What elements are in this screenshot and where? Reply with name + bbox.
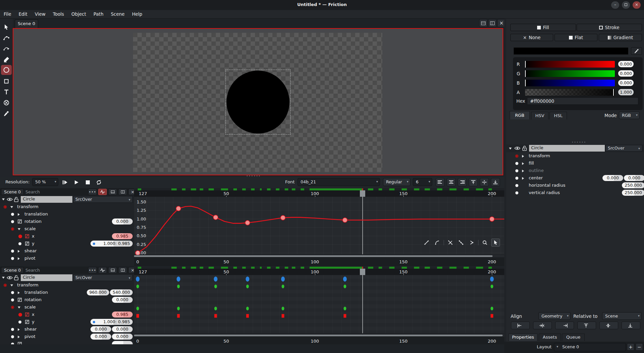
draw-tool-button[interactable]: [1, 54, 12, 64]
play-from-start-button[interactable]: [61, 179, 69, 186]
graph-keyframe[interactable]: [213, 215, 218, 220]
expander-icon[interactable]: [10, 284, 13, 286]
align-relative-combo[interactable]: Scene▾: [602, 312, 642, 320]
value-spinbox[interactable]: 1.000: 0.985: [90, 319, 133, 325]
channel-value-a[interactable]: 1.000: [618, 89, 634, 95]
timeline-search-input[interactable]: [25, 267, 86, 273]
object-name-field[interactable]: Circle: [21, 196, 72, 203]
null-object-tool-button[interactable]: [1, 98, 12, 108]
keyframe-record-dot[interactable]: [4, 205, 7, 208]
menu-tools[interactable]: Tools: [49, 10, 68, 19]
tab-queue[interactable]: Queue: [562, 334, 585, 341]
property-row-y[interactable]: y1.000: 0.985: [0, 240, 134, 247]
menu-view[interactable]: View: [31, 10, 49, 19]
graph-keyframe[interactable]: [342, 218, 347, 223]
interpolation-icon[interactable]: [25, 320, 29, 324]
value-spinbox[interactable]: 960.000: [87, 289, 110, 295]
property-row-x[interactable]: x0.985: [0, 233, 134, 240]
tab-properties[interactable]: Properties: [509, 334, 537, 341]
visibility-eye-icon[interactable]: [514, 146, 520, 150]
dope-scrollbar-thumb[interactable]: [134, 335, 503, 336]
value-spinbox[interactable]: 0.000: [90, 326, 111, 332]
layout-combo[interactable]: ▾ Scene 0: [554, 343, 626, 351]
expander-icon[interactable]: [18, 291, 20, 294]
value-spinbox[interactable]: 0.985: [112, 233, 133, 239]
expander-icon[interactable]: [522, 177, 524, 180]
keyframe-marker-transform[interactable]: [136, 285, 139, 288]
property-row-transform[interactable]: transform: [506, 152, 644, 160]
text-align-bottom-button[interactable]: [491, 178, 500, 186]
align-vcenter-button[interactable]: [599, 322, 618, 329]
loop-button[interactable]: [94, 178, 103, 186]
timeline-scene-button[interactable]: Scene 0: [1, 267, 24, 273]
color-mode-combo[interactable]: RGB▾: [619, 111, 640, 119]
keyframe-record-dot[interactable]: [515, 184, 518, 187]
graph-keyframe[interactable]: [245, 220, 250, 225]
channel-slider-r[interactable]: [525, 61, 615, 68]
keyframe-record-dot[interactable]: [515, 169, 518, 172]
segment-line-button[interactable]: [422, 239, 431, 247]
keyframe-marker-scale[interactable]: [136, 307, 139, 311]
slider-handle[interactable]: [613, 89, 614, 96]
timeline-object-row[interactable]: CircleSrcOver▾: [0, 274, 134, 281]
segment-tool-button[interactable]: [1, 43, 12, 54]
property-row-x[interactable]: x0.985: [0, 311, 134, 318]
object-row-circle[interactable]: Circle SrcOver▾: [506, 145, 644, 152]
keyframe-record-dot[interactable]: [18, 321, 21, 324]
align-bottom-button[interactable]: [622, 322, 640, 329]
tab-hsl[interactable]: HSL: [550, 112, 567, 119]
value-spinbox[interactable]: 0.000: [624, 175, 644, 181]
keyframe-record-dot[interactable]: [11, 335, 14, 338]
property-row-rotation[interactable]: rotation0.000: [0, 218, 134, 225]
property-row-transform[interactable]: transform: [0, 281, 134, 289]
graph-scrollbar-thumb[interactable]: [134, 255, 493, 257]
value-spinbox[interactable]: 0.000: [90, 334, 111, 340]
keyframe-record-dot[interactable]: [11, 328, 14, 331]
interpolation-icon[interactable]: [18, 298, 22, 302]
node-corner-button[interactable]: [467, 239, 476, 247]
property-row-shear[interactable]: shear0.0000.000: [0, 326, 134, 333]
keyframe-marker-scale[interactable]: [343, 307, 346, 311]
selection-bounding-box[interactable]: [226, 70, 291, 135]
text-align-right-button[interactable]: [458, 178, 467, 186]
property-row-partial[interactable]: [0, 340, 134, 344]
paint-gradient-button[interactable]: Gradient: [599, 34, 642, 41]
keyframe-record-dot[interactable]: [515, 155, 518, 158]
property-row-pivot[interactable]: pivot0.0000.000: [0, 333, 134, 340]
keyframe-marker-x[interactable]: [343, 314, 346, 318]
expander-icon[interactable]: [18, 336, 20, 338]
channel-value-g[interactable]: 0.000: [618, 70, 634, 77]
blend-mode-combo[interactable]: SrcOver▾: [605, 145, 642, 152]
property-row-shear[interactable]: shear: [0, 247, 134, 255]
timeline-graph-toggle-button[interactable]: [98, 267, 107, 273]
menu-path[interactable]: Path: [90, 10, 107, 19]
dope-sheet-area[interactable]: 12750100150200050100150200: [134, 267, 504, 344]
select-tool-button[interactable]: [1, 22, 12, 32]
interpolation-icon[interactable]: [18, 219, 22, 224]
keyframe-record-dot[interactable]: [11, 343, 14, 344]
keyframe-marker-scale[interactable]: [246, 307, 249, 311]
keyframe-marker-x[interactable]: [491, 314, 493, 318]
collapse-icon[interactable]: [509, 148, 512, 150]
property-row-vertical-radius[interactable]: vertical radius250.000: [506, 189, 644, 196]
expander-icon[interactable]: [522, 170, 524, 172]
value-spinbox[interactable]: 0.000: [112, 218, 133, 225]
expander-icon[interactable]: [18, 306, 20, 308]
visibility-eye-icon[interactable]: [7, 276, 13, 280]
channel-slider-g[interactable]: [525, 70, 615, 77]
keyframe-marker-scale[interactable]: [281, 307, 284, 311]
font-size-combo[interactable]: 6▾: [413, 178, 432, 186]
graph-editor-area[interactable]: 127501001502001.501.251.000.750.500.250.…: [134, 188, 504, 266]
value-spinbox[interactable]: 0.000: [112, 326, 133, 332]
value-spinbox[interactable]: [112, 341, 133, 344]
timeline-search-input[interactable]: [25, 189, 86, 195]
visibility-eye-icon[interactable]: [7, 197, 13, 201]
text-align-top-button[interactable]: [469, 178, 478, 186]
timeline-split-horizontal-button[interactable]: [108, 267, 117, 273]
keyframe-marker-x[interactable]: [177, 314, 180, 318]
layout-remove-button[interactable]: −: [636, 343, 643, 351]
keyframe-record-dot[interactable]: [11, 250, 14, 253]
property-row-horizontal-radius[interactable]: horizontal radius250.000: [506, 182, 644, 189]
property-row-translation[interactable]: translation960.000540.000: [0, 289, 134, 296]
keyframe-record-dot[interactable]: [11, 228, 14, 231]
